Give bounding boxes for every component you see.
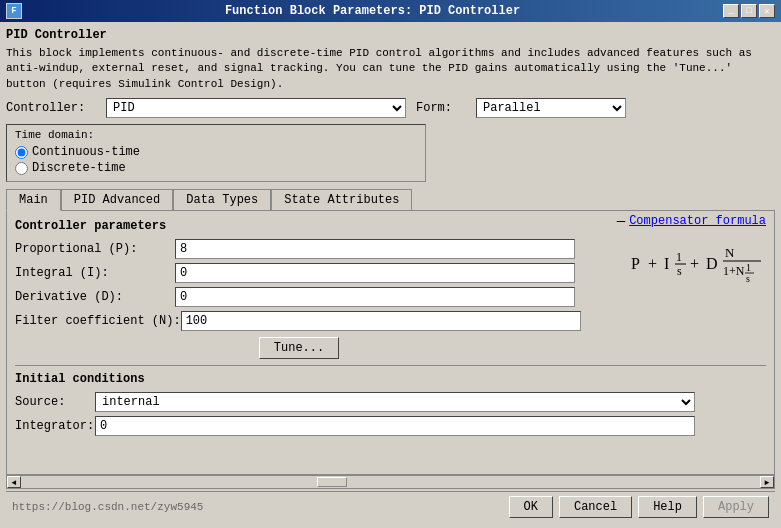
scroll-track xyxy=(21,477,760,487)
cancel-button[interactable]: Cancel xyxy=(559,496,632,518)
svg-text:P: P xyxy=(631,255,640,272)
param-input-p[interactable] xyxy=(175,239,575,259)
svg-text:+: + xyxy=(648,255,657,272)
tab-pid-advanced[interactable]: PID Advanced xyxy=(61,189,173,211)
formula-svg: P + I 1 s + D N 1+N 1 s xyxy=(626,231,766,301)
svg-text:1: 1 xyxy=(676,250,682,264)
tune-button[interactable]: Tune... xyxy=(259,337,339,359)
param-input-d[interactable] xyxy=(175,287,575,307)
scroll-left-arrow[interactable]: ◄ xyxy=(7,476,21,488)
svg-text:s: s xyxy=(677,264,682,278)
minus-icon: — xyxy=(617,213,625,229)
time-domain-label: Time domain: xyxy=(15,129,417,141)
discrete-time-row: Discrete-time xyxy=(15,161,417,175)
param-row-n: Filter coefficient (N): xyxy=(15,311,766,331)
controller-form-row: Controller: PID PI PD P I Form: Parallel… xyxy=(6,98,775,118)
window-controls: _ □ ✕ xyxy=(723,4,775,18)
controller-select[interactable]: PID PI PD P I xyxy=(106,98,406,118)
compensator-link[interactable]: Compensator formula xyxy=(629,214,766,228)
horizontal-scrollbar[interactable]: ◄ ► xyxy=(6,475,775,489)
continuous-time-row: Continuous-time xyxy=(15,145,417,159)
source-select[interactable]: internal external xyxy=(95,392,695,412)
help-button[interactable]: Help xyxy=(638,496,697,518)
continuous-time-radio[interactable] xyxy=(15,146,28,159)
block-description: This block implements continuous- and di… xyxy=(6,46,775,92)
continuous-time-label: Continuous-time xyxy=(32,145,140,159)
window-title: Function Block Parameters: PID Controlle… xyxy=(22,4,723,18)
svg-text:+: + xyxy=(690,255,699,272)
source-row: Source: internal external xyxy=(15,392,766,412)
compensator-area: — Compensator formula xyxy=(617,213,766,229)
form-select[interactable]: Parallel Ideal xyxy=(476,98,626,118)
integrator-label: Integrator: xyxy=(15,419,95,433)
svg-text:1: 1 xyxy=(746,262,751,273)
separator xyxy=(15,365,766,366)
svg-text:s: s xyxy=(746,273,750,284)
initial-conditions-section: Initial conditions Source: internal exte… xyxy=(15,372,766,436)
minimize-button[interactable]: _ xyxy=(723,4,739,18)
title-bar: F Function Block Parameters: PID Control… xyxy=(0,0,781,22)
source-label: Source: xyxy=(15,395,95,409)
apply-button[interactable]: Apply xyxy=(703,496,769,518)
tabs: Main PID Advanced Data Types State Attri… xyxy=(6,188,775,210)
scroll-right-arrow[interactable]: ► xyxy=(760,476,774,488)
svg-text:1+N: 1+N xyxy=(723,264,745,278)
tab-main[interactable]: Main xyxy=(6,189,61,211)
form-label: Form: xyxy=(416,101,466,115)
param-label-p: Proportional (P): xyxy=(15,242,175,256)
svg-text:I: I xyxy=(664,255,669,272)
integrator-row: Integrator: xyxy=(15,416,766,436)
param-label-i: Integral (I): xyxy=(15,266,175,280)
param-input-n[interactable] xyxy=(181,311,581,331)
controller-label: Controller: xyxy=(6,101,96,115)
window-body: PID Controller This block implements con… xyxy=(0,22,781,528)
close-button[interactable]: ✕ xyxy=(759,4,775,18)
bottom-bar: https://blog.csdn.net/zyw5945 OK Cancel … xyxy=(6,491,775,522)
param-input-i[interactable] xyxy=(175,263,575,283)
discrete-time-label: Discrete-time xyxy=(32,161,126,175)
scroll-thumb[interactable] xyxy=(317,477,347,487)
time-domain-box: Time domain: Continuous-time Discrete-ti… xyxy=(6,124,426,182)
maximize-button[interactable]: □ xyxy=(741,4,757,18)
svg-text:N: N xyxy=(725,245,735,260)
discrete-time-radio[interactable] xyxy=(15,162,28,175)
url-hint: https://blog.csdn.net/zyw5945 xyxy=(12,501,203,513)
param-label-n: Filter coefficient (N): xyxy=(15,314,181,328)
initial-conditions-title: Initial conditions xyxy=(15,372,766,386)
tab-content-main: Controller parameters Proportional (P): … xyxy=(6,210,775,475)
integrator-input[interactable] xyxy=(95,416,695,436)
tab-state-attributes[interactable]: State Attributes xyxy=(271,189,412,211)
help-area: https://blog.csdn.net/zyw5945 xyxy=(12,501,203,513)
param-label-d: Derivative (D): xyxy=(15,290,175,304)
window-icon: F xyxy=(6,3,22,19)
block-name: PID Controller xyxy=(6,28,775,42)
ok-button[interactable]: OK xyxy=(509,496,553,518)
svg-text:D: D xyxy=(706,255,718,272)
tune-row: Tune... xyxy=(15,337,583,359)
tab-data-types[interactable]: Data Types xyxy=(173,189,271,211)
